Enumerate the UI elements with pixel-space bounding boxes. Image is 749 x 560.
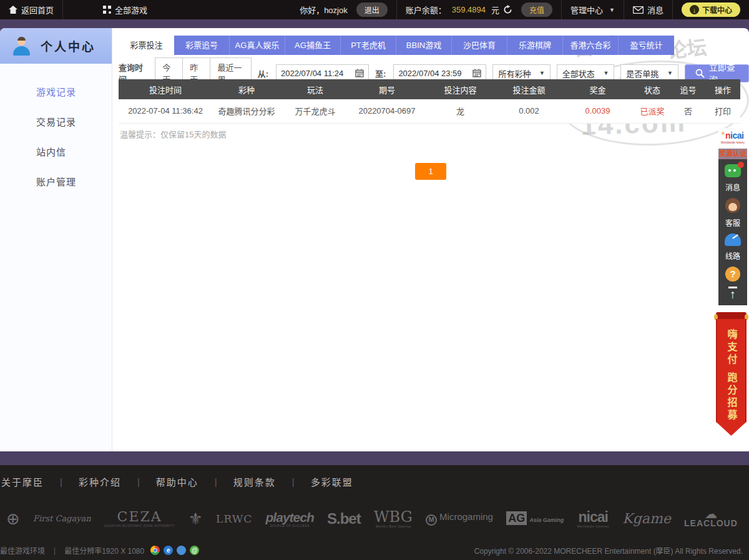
sidebar-item-transactions[interactable]: 交易记录 — [0, 107, 112, 137]
sidebar-item-account[interactable]: 账户管理 — [0, 167, 112, 197]
divider — [62, 0, 63, 19]
home-icon — [9, 6, 17, 14]
float-service-button[interactable]: 客服 — [718, 198, 747, 228]
print-link[interactable]: 打印 — [705, 99, 740, 123]
all-games-link[interactable]: 全部游戏 — [94, 0, 156, 19]
balance-label: 账户余额： — [406, 4, 446, 16]
from-date-input[interactable] — [281, 69, 351, 78]
col-status: 状态 — [634, 79, 671, 99]
back-to-top-button[interactable]: ↑ — [718, 282, 747, 305]
download-center-button[interactable]: ↓ 下载中心 — [682, 2, 740, 17]
all-games-label: 全部游戏 — [115, 4, 147, 16]
col-play: 玩法 — [281, 79, 350, 99]
admin-center-menu[interactable]: 管理中心 ▼ — [562, 0, 624, 19]
nicai-footer-logo: nicaiWorldwide lotteries — [577, 509, 609, 529]
qq-browser-icon: @ — [190, 546, 199, 555]
to-date-input[interactable] — [398, 69, 468, 78]
col-bet-time: 投注时间 — [119, 79, 212, 99]
footer-link-lottery-intro[interactable]: 彩种介绍 — [62, 475, 137, 488]
chevron-down-icon: ▼ — [667, 70, 673, 76]
status-badge: 已派奖 — [634, 99, 671, 123]
tab-lottery-chase[interactable]: 彩票追号 — [174, 36, 230, 55]
tab-bbin[interactable]: BBIN游戏 — [396, 36, 452, 55]
grid-icon — [103, 6, 111, 14]
col-issue: 期号 — [350, 79, 424, 99]
sidebar-item-game-records[interactable]: 游戏记录 — [0, 77, 112, 107]
ribbon-body: 嗨支付 跑分招募 — [716, 319, 747, 436]
tab-ag-fishing[interactable]: AG捕鱼王 — [285, 36, 341, 55]
notification-dot — [738, 162, 744, 168]
sidebar-menu: 游戏记录 交易记录 站内信 账户管理 — [0, 64, 112, 197]
sidebar-header: 个人中心 — [0, 28, 112, 64]
footer-links: 关于摩臣 | 彩种介绍 | 帮助中心 | 规则条款 | 多彩联盟 — [0, 465, 749, 498]
lottery-type-value: 所有彩种 — [498, 67, 531, 79]
calendar-icon[interactable] — [355, 69, 364, 77]
home-link[interactable]: 返回首页 — [0, 0, 62, 19]
promo-ribbon[interactable]: 嗨支付 跑分招募 — [716, 312, 747, 436]
tab-hk-marksix[interactable]: 香港六合彩 — [563, 36, 619, 55]
footer-link-about[interactable]: 关于摩臣 — [0, 475, 60, 488]
calendar-icon[interactable] — [472, 69, 481, 77]
speedometer-icon — [725, 233, 741, 246]
bet-records-table: 投注时间 彩种 玩法 期号 投注内容 投注金额 奖金 状态 追号 操作 2022… — [119, 79, 740, 124]
chevron-down-icon: ▼ — [603, 70, 609, 76]
logout-button[interactable]: 退出 — [356, 2, 388, 17]
col-chase: 追号 — [671, 79, 705, 99]
asia-gaming-logo: AGAsia Gaming — [506, 513, 564, 525]
single-pick-value: 是否单挑 — [626, 67, 658, 79]
firefox-icon — [177, 546, 186, 555]
tab-ag-live[interactable]: AG真人娱乐 — [230, 36, 285, 55]
record-tabs: 彩票投注 彩票追号 AG真人娱乐 AG捕鱼王 PT老虎机 BBIN游戏 沙巴体育… — [119, 36, 674, 55]
cloud-icon: ☁ — [684, 509, 738, 519]
recharge-button[interactable]: 充值 — [521, 2, 552, 17]
col-action: 操作 — [705, 79, 740, 99]
tab-lottery-bets[interactable]: 彩票投注 — [119, 36, 174, 55]
copyright-text: Copyright © 2006-2022 MORECHEER Entertai… — [474, 545, 743, 556]
tab-profit-stats[interactable]: 盈亏统计 — [619, 36, 674, 55]
customer-service-icon — [725, 198, 740, 213]
cell-lottery: 奇趣腾讯分分彩 — [212, 99, 281, 123]
footer-link-rules[interactable]: 规则条款 — [217, 475, 292, 488]
prize-cert-badge[interactable]: 奖源认证 — [718, 149, 747, 159]
ceza-logo: CEZACAGAYAN ECONOMIC ZONE AUTHORITY — [104, 509, 175, 528]
messages-link[interactable]: 消息 — [624, 0, 672, 19]
wbg-logo: WBGWorld's Best Gaming — [374, 509, 413, 529]
nicai-logo[interactable]: ✻nicai Worldwide lottery — [718, 128, 747, 146]
float-service-label: 客服 — [718, 217, 747, 228]
tab-leyou-cards[interactable]: 乐游棋牌 — [507, 36, 563, 55]
tab-pt-slots[interactable]: PT老虎机 — [341, 36, 396, 55]
col-amount: 投注金额 — [496, 79, 562, 99]
download-label: 下载中心 — [702, 4, 732, 15]
to-label: 至: — [375, 67, 386, 79]
tab-saba-sports[interactable]: 沙巴体育 — [452, 36, 507, 55]
float-messages-button[interactable]: 消息 — [718, 164, 747, 192]
footer-link-alliance[interactable]: 多彩联盟 — [295, 475, 370, 488]
microgaming-logo: MMicrogaming — [426, 512, 493, 525]
footer-bottom: 最佳游戏环境 | 最佳分辨率1920 X 1080 e @ Copyright … — [0, 545, 743, 556]
leacloud-logo: ☁LEACLOUD — [684, 509, 738, 528]
pinwheel-icon: ✻ — [722, 131, 725, 135]
ribbon-roof — [716, 312, 747, 319]
sidebar-item-inbox[interactable]: 站内信 — [0, 137, 112, 167]
partner-logos: ⊕ First Cagayan CEZACAGAYAN ECONOMIC ZON… — [0, 498, 749, 534]
main-panel: 吉啊 论坛 回家14.com 彩票投注 彩票追号 AG真人娱乐 AG捕鱼王 PT… — [112, 28, 749, 451]
chat-icon — [725, 164, 741, 177]
topbar: 返回首页 全部游戏 你好，hozjok 退出 账户余额： 359.4894 元 … — [0, 0, 749, 19]
playtech-logo: playtechSOURCE OF SUCCESS — [266, 510, 314, 528]
refresh-icon[interactable] — [503, 5, 512, 14]
messages-label: 消息 — [647, 4, 663, 16]
balance-unit: 元 — [491, 4, 499, 16]
best-environment-label: 最佳游戏环境 — [0, 545, 54, 556]
cell-chase: 否 — [671, 99, 705, 123]
sbet-logo: S.bet — [327, 511, 361, 527]
float-lines-button[interactable]: 线路 — [718, 233, 747, 261]
page-1-button[interactable]: 1 — [415, 163, 446, 180]
from-label: 从: — [258, 67, 268, 79]
chevron-down-icon: ▼ — [539, 70, 545, 76]
footer-link-help[interactable]: 帮助中心 — [140, 475, 215, 488]
ribbon-text: 嗨支付 跑分招募 — [725, 329, 738, 436]
m-circle-icon: M — [426, 514, 437, 526]
table-header-row: 投注时间 彩种 玩法 期号 投注内容 投注金额 奖金 状态 追号 操作 — [119, 79, 740, 99]
float-messages-label: 消息 — [718, 182, 747, 192]
first-cagayan-logo: First Cagayan — [33, 514, 91, 523]
